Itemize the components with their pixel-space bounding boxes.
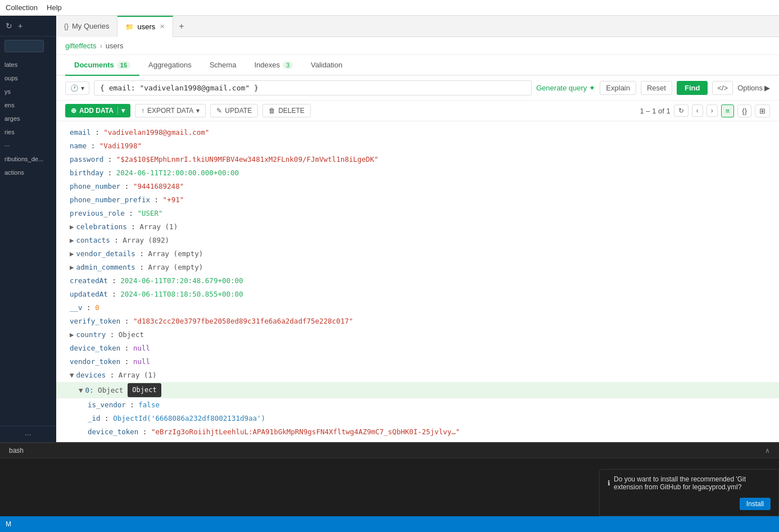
export-data-button[interactable]: ↑ EXPORT DATA ▾ xyxy=(135,104,206,117)
generate-query-icon: ✦ xyxy=(589,84,595,92)
tab-bar: {} My Queries 📁 users ✕ + xyxy=(56,16,779,37)
sidebar-item-ries[interactable]: ries xyxy=(0,125,56,139)
breadcrumb: gifteffects › users xyxy=(56,37,779,55)
query-time-button[interactable]: 🕐 ▾ xyxy=(65,81,89,95)
explain-button[interactable]: Explain xyxy=(600,81,636,95)
generate-query-button[interactable]: Generate query ✦ xyxy=(536,84,595,92)
doc-field-device-token: device_token : "eBrzIg3oRoiihjtLeehluL:A… xyxy=(56,425,779,439)
options-button[interactable]: Options ▶ xyxy=(737,84,770,92)
delete-button[interactable]: 🗑 DELETE xyxy=(262,104,311,117)
sub-tab-documents[interactable]: Documents 15 xyxy=(65,55,139,76)
sidebar-bottom-ellipsis[interactable]: ··· xyxy=(0,426,56,442)
vscode-status-bar: M xyxy=(0,516,779,532)
tab-my-queries[interactable]: {} My Queries xyxy=(56,16,117,37)
update-label: UPDATE xyxy=(225,107,252,115)
export-data-label: EXPORT DATA xyxy=(147,107,193,115)
pagination-info: 1 – 1 of 1 xyxy=(640,107,671,115)
pagination-prev-button[interactable]: ‹ xyxy=(692,104,703,117)
content-area: gifteffects › users Documents 15 Aggrega… xyxy=(56,37,779,442)
add-sidebar-button[interactable]: + xyxy=(17,20,24,31)
toolbar-right: 1 – 1 of 1 ↻ ‹ › ≡ {} ⊞ xyxy=(640,104,771,117)
find-button[interactable]: Find xyxy=(677,81,708,95)
code-button[interactable]: </> xyxy=(712,81,733,95)
doc-field-phone-number: phone_number : "9441689248" xyxy=(56,180,779,193)
doc-field-email: email : "vadivelan1998@gmail.com" xyxy=(56,126,779,139)
doc-field-celebrations: ▶celebrations : Array (1) xyxy=(56,220,779,234)
sidebar-ellipsis-icon: ··· xyxy=(4,142,10,149)
code-icon: </> xyxy=(717,84,728,92)
delete-label: DELETE xyxy=(278,107,305,115)
ide-area: ↻ + lates oups ys ens arges ries ··· rib… xyxy=(0,16,779,442)
doc-field-vendor-token: vendor_token : null xyxy=(56,355,779,369)
doc-field-contacts: ▶contacts : Array (892) xyxy=(56,234,779,247)
sidebar-items: lates oups ys ens arges ries ··· ributio… xyxy=(0,56,56,426)
chevron-down-icon: ▾ xyxy=(81,84,84,92)
sub-tab-indexes-badge: 3 xyxy=(283,61,293,69)
tab-my-queries-label: My Queries xyxy=(72,22,109,30)
notification-title: ℹ Do you want to install the recommended… xyxy=(608,475,771,491)
doc-field-name: name : "Vadi1998" xyxy=(56,139,779,153)
add-data-button[interactable]: ⊕ ADD DATA ▾ xyxy=(65,104,130,117)
add-icon: ⊕ xyxy=(71,107,76,115)
sidebar-item-oups[interactable]: oups xyxy=(0,71,56,85)
sub-tab-schema[interactable]: Schema xyxy=(201,55,246,76)
doc-field-password: password : "$2a$10$EMphLnmrI.tkiUN9MFBV4… xyxy=(56,153,779,166)
sidebar-item-ys[interactable]: ys xyxy=(0,85,56,98)
object-tooltip: Object xyxy=(128,383,161,397)
toolbar-left: ⊕ ADD DATA ▾ ↑ EXPORT DATA ▾ ✎ UPDATE xyxy=(65,104,311,117)
doc-field-updated-at: updatedAt : 2024-06-11T08:18:50.855+00:0… xyxy=(56,288,779,301)
export-icon: ↑ xyxy=(141,107,144,115)
sidebar-item-lates[interactable]: lates xyxy=(0,58,56,71)
toolbar: ⊕ ADD DATA ▾ ↑ EXPORT DATA ▾ ✎ UPDATE xyxy=(56,101,779,121)
sub-tab-aggregations-label: Aggregations xyxy=(148,61,192,69)
tab-users-icon: 📁 xyxy=(125,23,134,31)
collapse-bottom-panel-button[interactable]: ∧ xyxy=(765,447,770,454)
tab-my-queries-icon: {} xyxy=(64,22,69,30)
breadcrumb-parent[interactable]: gifteffects xyxy=(65,42,96,50)
sidebar-item-tributions[interactable]: ributions_de... xyxy=(0,152,56,166)
export-caret-icon: ▾ xyxy=(196,107,200,115)
json-view-button[interactable]: {} xyxy=(737,104,751,117)
sub-tab-validation[interactable]: Validation xyxy=(302,55,351,76)
options-label: Options xyxy=(737,84,763,92)
status-m-label: M xyxy=(6,520,11,528)
pagination-next-button[interactable]: › xyxy=(706,104,718,117)
sub-tab-indexes[interactable]: Indexes 3 xyxy=(245,55,302,76)
table-view-button[interactable]: ⊞ xyxy=(755,104,770,117)
tab-users[interactable]: 📁 users ✕ xyxy=(117,16,173,37)
reset-button[interactable]: Reset xyxy=(641,81,672,95)
sub-tab-documents-label: Documents xyxy=(74,61,114,69)
tab-users-close[interactable]: ✕ xyxy=(160,23,165,30)
install-button[interactable]: Install xyxy=(740,498,771,510)
pagination-refresh-button[interactable]: ↻ xyxy=(674,104,689,117)
list-view-button[interactable]: ≡ xyxy=(721,104,735,117)
bash-terminal-label[interactable]: bash xyxy=(9,447,24,454)
sidebar-top-controls: ↻ + xyxy=(0,16,56,37)
add-data-caret-icon: ▾ xyxy=(117,107,125,115)
sub-tab-aggregations[interactable]: Aggregations xyxy=(139,55,201,76)
tab-add-button[interactable]: + xyxy=(173,21,189,31)
sidebar-item-actions[interactable]: actions xyxy=(0,166,56,179)
doc-field-device-token-null: device_token : null xyxy=(56,342,779,355)
left-sidebar: ↻ + lates oups ys ens arges ries ··· rib… xyxy=(0,16,56,442)
refresh-button[interactable]: ↻ xyxy=(4,20,13,31)
doc-field-vendor-details: ▶vendor_details : Array (empty) xyxy=(56,247,779,261)
notification-text: Do you want to install the recommended '… xyxy=(614,475,771,491)
document-viewer[interactable]: email : "vadivelan1998@gmail.com" name :… xyxy=(56,121,779,442)
doc-field-is-vendor: is_vendor : false xyxy=(56,398,779,412)
update-button[interactable]: ✎ UPDATE xyxy=(210,104,258,117)
notification-bar: ℹ Do you want to install the recommended… xyxy=(599,469,779,516)
sub-tabs: Documents 15 Aggregations Schema Indexes… xyxy=(56,55,779,76)
query-filter-input[interactable] xyxy=(94,80,532,96)
sidebar-item-ens[interactable]: ens xyxy=(0,98,56,112)
sidebar-search-input[interactable] xyxy=(4,40,44,52)
pencil-icon: ✎ xyxy=(216,107,222,115)
menu-bar: Collection Help xyxy=(0,0,779,16)
trash-icon: 🗑 xyxy=(269,107,275,115)
menu-collection[interactable]: Collection xyxy=(6,3,38,12)
sidebar-item-ellipsis[interactable]: ··· xyxy=(0,139,56,152)
doc-field-id: _id : ObjectId('6668086a232df8002131d9aa… xyxy=(56,412,779,425)
clock-icon: 🕐 xyxy=(70,84,79,92)
sidebar-item-arges[interactable]: arges xyxy=(0,112,56,125)
menu-help[interactable]: Help xyxy=(47,3,62,12)
